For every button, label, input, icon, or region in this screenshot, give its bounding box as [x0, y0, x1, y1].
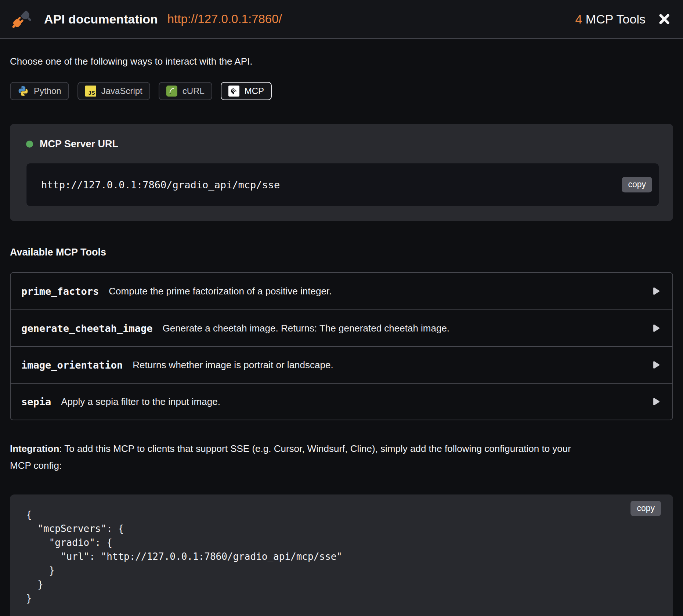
close-icon[interactable]	[658, 13, 671, 25]
tab-mcp-label: MCP	[245, 86, 264, 96]
integration-note-bold: Integration	[10, 443, 59, 454]
tab-curl[interactable]: cURL	[159, 82, 212, 100]
server-url-value: http://127.0.0.1:7860/gradio_api/mcp/sse	[41, 179, 280, 191]
mcp-config-json: { "mcpServers": { "gradio": { "url": "ht…	[26, 508, 658, 605]
page-title: API documentation	[44, 12, 158, 26]
server-url-codeblock: http://127.0.0.1:7860/gradio_api/mcp/sse…	[26, 163, 659, 206]
mcp-tools-count-label: MCP Tools	[582, 12, 646, 26]
mcp-tools-list: prime_factors Compute the prime factoriz…	[10, 272, 673, 420]
play-icon	[650, 359, 661, 370]
tool-description: Compute the prime factorization of a pos…	[109, 286, 332, 297]
server-url-label: MCP Server URL	[40, 138, 118, 150]
tab-python-label: Python	[34, 86, 61, 96]
python-icon	[18, 86, 29, 97]
tool-row-sepia[interactable]: sepia Apply a sepia filter to the input …	[11, 383, 672, 420]
tool-name: image_orientation	[21, 359, 123, 371]
play-icon	[650, 396, 661, 407]
javascript-icon: JS	[85, 86, 96, 97]
server-status-dot	[26, 141, 33, 148]
tool-name: prime_factors	[21, 286, 99, 297]
tab-curl-label: cURL	[183, 86, 205, 96]
mcp-tools-count: 4 MCP Tools	[575, 12, 646, 26]
curl-icon	[166, 86, 177, 97]
tool-description: Apply a sepia filter to the input image.	[61, 396, 220, 407]
tool-name: generate_cheetah_image	[21, 323, 153, 334]
language-tabs: Python JS JavaScript cURL	[10, 82, 673, 100]
mcp-icon	[228, 86, 239, 97]
tool-description: Returns whether image is portrait or lan…	[133, 359, 333, 371]
copy-config-button[interactable]: copy	[630, 501, 661, 516]
tool-row-prime-factors[interactable]: prime_factors Compute the prime factoriz…	[11, 273, 672, 309]
tab-javascript-label: JavaScript	[101, 86, 142, 96]
tool-description: Generate a cheetah image. Returns: The g…	[163, 323, 449, 334]
intro-text: Choose one of the following ways to inte…	[10, 56, 673, 67]
tools-section-heading: Available MCP Tools	[10, 247, 673, 258]
tab-javascript[interactable]: JS JavaScript	[77, 82, 150, 100]
tool-row-image-orientation[interactable]: image_orientation Returns whether image …	[11, 346, 672, 383]
tab-mcp[interactable]: MCP	[221, 82, 272, 100]
tool-name: sepia	[21, 396, 51, 407]
copy-server-url-button[interactable]: copy	[622, 177, 652, 192]
mcp-config-codeblock: copy { "mcpServers": { "gradio": { "url"…	[10, 494, 673, 616]
app-url-link[interactable]: http://127.0.0.1:7860/	[167, 12, 282, 26]
integration-note-text: : To add this MCP to clients that suppor…	[10, 443, 571, 471]
mcp-server-panel: MCP Server URL http://127.0.0.1:7860/gra…	[10, 124, 673, 221]
plug-connector-icon	[10, 8, 33, 30]
header: API documentation http://127.0.0.1:7860/…	[0, 0, 683, 39]
play-icon	[650, 286, 661, 297]
tool-row-generate-cheetah-image[interactable]: generate_cheetah_image Generate a cheeta…	[11, 309, 672, 346]
mcp-tools-count-number: 4	[575, 12, 582, 26]
tab-python[interactable]: Python	[10, 82, 69, 100]
play-icon	[650, 323, 661, 334]
integration-note: Integration: To add this MCP to clients …	[10, 440, 590, 474]
api-docs-page: Choose one of the following ways to inte…	[0, 56, 683, 616]
